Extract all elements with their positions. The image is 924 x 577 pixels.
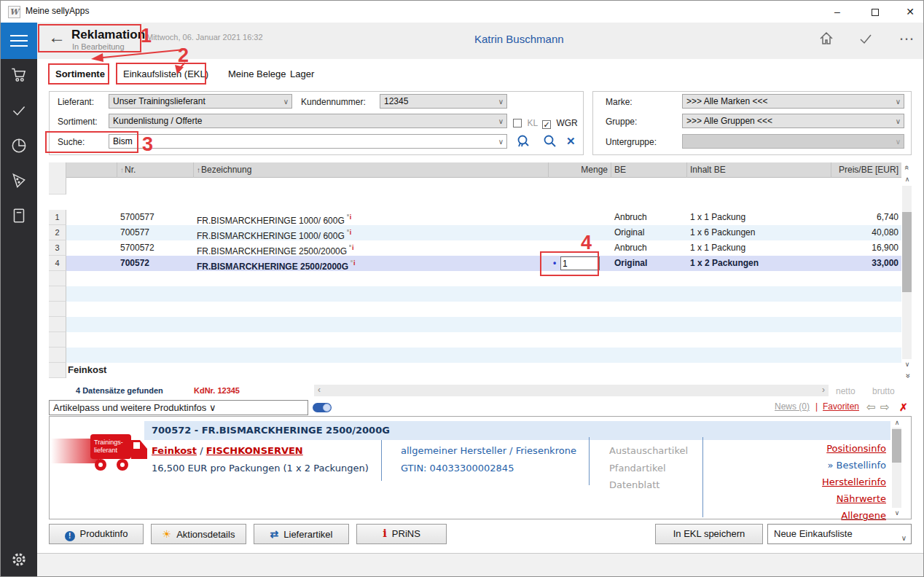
column-header-inhalt-be[interactable]: Inhalt BE xyxy=(687,162,831,178)
category-link[interactable]: Feinkost xyxy=(152,445,197,456)
suche-combobox[interactable]: ∨ xyxy=(109,134,507,149)
marke-select[interactable]: >>> Alle Marken <<< ∨ xyxy=(682,94,904,109)
marke-value: >>> Alle Marken <<< xyxy=(686,96,767,106)
aktionsdetails-button[interactable]: ☀Aktionsdetails xyxy=(151,524,246,544)
kundennummer-select[interactable]: 12345 ∨ xyxy=(380,94,507,109)
scroll-to-bottom-button[interactable]: « xyxy=(902,371,912,381)
sidebar-item-settings[interactable] xyxy=(1,550,37,576)
close-panel-button[interactable]: ✗ xyxy=(899,401,908,413)
nav-next-button[interactable]: ⇨ xyxy=(880,401,890,414)
info-icon[interactable]: i xyxy=(347,213,352,221)
minimize-button[interactable]: – xyxy=(823,1,852,23)
info-icon[interactable]: i xyxy=(351,259,356,267)
table-horizontal-scrollbar[interactable]: ‹ › xyxy=(314,385,829,396)
tab-sortimente[interactable]: Sortimente xyxy=(55,66,105,82)
home-icon xyxy=(818,30,835,47)
svg-text:Trainings-: Trainings- xyxy=(94,439,123,446)
productinfo-select[interactable]: Artikelpass und weitere Produktinfos ∨ xyxy=(49,400,308,415)
detail-category-line: Feinkost / FISCHKONSERVEN xyxy=(152,445,303,456)
scroll-left-button[interactable]: ‹ xyxy=(314,385,324,396)
column-header-preis[interactable]: Preis/BE [EUR] xyxy=(831,162,901,178)
productinfo-toggle[interactable] xyxy=(313,403,332,412)
table-row-selected[interactable]: 4 700572 FR.BISMARCKHERINGE 2500/2000Gi … xyxy=(49,256,901,271)
chevron-down-icon: ∨ xyxy=(283,95,289,109)
home-button[interactable] xyxy=(814,30,839,49)
scroll-to-top-button[interactable]: « xyxy=(902,162,912,173)
brutto-toggle[interactable]: brutto xyxy=(872,386,895,396)
detail-manufacturer: allgemeiner Hersteller / Friesenkrone xyxy=(401,445,576,456)
positionsinfo-link[interactable]: Positionsinfo xyxy=(826,443,886,454)
app-icon: W xyxy=(8,6,20,18)
favoriten-link[interactable]: Favoriten xyxy=(823,401,859,412)
scroll-up-button[interactable]: ∧ xyxy=(892,417,902,428)
sortiment-select[interactable]: Kundenlistung / Offerte ∨ xyxy=(109,114,507,128)
sidebar-item-statistics[interactable] xyxy=(1,136,37,162)
app-title: Meine sellyApps xyxy=(26,6,89,16)
detail-gtin: GTIN: 04033300002845 xyxy=(401,463,514,474)
sidebar-item-catalog[interactable] xyxy=(1,206,37,232)
table-row-empty xyxy=(49,363,901,378)
confirm-button[interactable] xyxy=(853,30,878,49)
neue-einkaufsliste-select[interactable]: Neue Einkaufsliste ∨ xyxy=(767,524,912,544)
tab-einkaufslisten[interactable]: Einkaufslisten (EKL) xyxy=(123,66,208,82)
kl-checkbox[interactable]: KL xyxy=(513,116,538,129)
sidebar-item-tasks[interactable] xyxy=(1,101,37,127)
wgr-checkbox[interactable]: ✓ WGR xyxy=(542,116,578,129)
scroll-thumb[interactable] xyxy=(902,212,912,292)
scroll-down-button[interactable]: ∨ xyxy=(902,359,912,369)
maximize-button[interactable] xyxy=(861,1,890,23)
tab-lager[interactable]: Lager xyxy=(290,66,314,82)
nav-prev-button[interactable]: ⇦ xyxy=(866,401,876,414)
column-header-nr[interactable]: ↑Nr. xyxy=(117,162,194,178)
detail-scrollbar[interactable]: ∧ ∨ xyxy=(892,417,902,518)
chevron-down-icon: ∨ xyxy=(901,529,907,548)
column-header-be[interactable]: BE xyxy=(611,162,687,178)
scroll-up-button[interactable]: ∧ xyxy=(902,174,912,184)
checkbox-checked-icon: ✓ xyxy=(542,120,551,129)
sidebar-item-promotions[interactable] xyxy=(1,171,37,197)
tab-meine-belege[interactable]: Meine Belege xyxy=(228,66,286,82)
clear-search-button[interactable]: ✕ xyxy=(566,135,576,148)
gruppe-label: Gruppe: xyxy=(606,114,637,129)
herstellerinfo-link[interactable]: Herstellerinfo xyxy=(822,476,886,487)
scroll-right-button[interactable]: › xyxy=(818,385,829,396)
search-input[interactable] xyxy=(110,136,489,147)
in-ekl-speichern-button[interactable]: In EKL speichern xyxy=(655,524,763,544)
sidebar-item-cart[interactable] xyxy=(1,65,37,91)
quantity-input[interactable] xyxy=(560,256,600,270)
info-icon[interactable]: i xyxy=(347,229,352,236)
column-header-bezeichnung[interactable]: ↑Bezeichnung xyxy=(194,162,549,178)
sortiment-label: Sortiment: xyxy=(58,114,98,129)
naehrwerte-link[interactable]: Nährwerte xyxy=(837,493,886,504)
table-row-empty xyxy=(49,302,901,317)
scroll-thumb[interactable] xyxy=(892,429,901,463)
more-options-button[interactable]: … xyxy=(894,25,919,44)
bestellinfo-link[interactable]: » Bestellinfo xyxy=(828,460,886,471)
news-link[interactable]: News (0) xyxy=(775,401,810,412)
svg-text:lieferant: lieferant xyxy=(94,447,118,454)
table-row[interactable]: 1 5700577 FR.BISMARCKHERINGE 1000/ 600Gi… xyxy=(49,210,901,225)
lieferartikel-button[interactable]: ⇄Lieferartikel xyxy=(254,524,349,544)
allergene-link[interactable]: Allergene xyxy=(841,510,886,521)
prins-button[interactable]: iPRiNS xyxy=(356,524,447,544)
search-button[interactable] xyxy=(541,133,557,152)
gruppe-select[interactable]: >>> Alle Gruppen <<< ∨ xyxy=(682,114,904,128)
search-advanced-button[interactable] xyxy=(515,133,531,152)
produktinfo-button[interactable]: !Produktinfo xyxy=(49,524,144,544)
lieferant-select[interactable]: Unser Trainingslieferant ∨ xyxy=(109,94,292,109)
info-icon[interactable]: i xyxy=(349,244,354,251)
table-vertical-scrollbar[interactable]: « ∧ ∨ « xyxy=(902,162,912,381)
sun-icon: ☀ xyxy=(163,528,172,540)
current-user[interactable]: Katrin Buschmann xyxy=(474,33,564,45)
table-row[interactable]: 2 700577 FR.BISMARCKHERINGE 1000/ 600Gi … xyxy=(49,225,901,240)
scroll-down-button[interactable]: ∨ xyxy=(892,508,902,518)
hamburger-menu-button[interactable] xyxy=(1,23,37,59)
back-button[interactable]: ← xyxy=(46,27,68,47)
column-header-menge[interactable]: Menge xyxy=(549,162,611,178)
table-row-empty xyxy=(49,332,901,348)
close-button[interactable]: ✕ xyxy=(896,1,924,23)
table-row[interactable]: 3 5700572 FR.BISMARCKHERINGE 2500/2000Gi… xyxy=(49,240,901,256)
subcategory-link[interactable]: FISCHKONSERVEN xyxy=(206,445,303,456)
scroll-track[interactable] xyxy=(902,186,912,369)
netto-toggle[interactable]: netto xyxy=(836,386,856,396)
